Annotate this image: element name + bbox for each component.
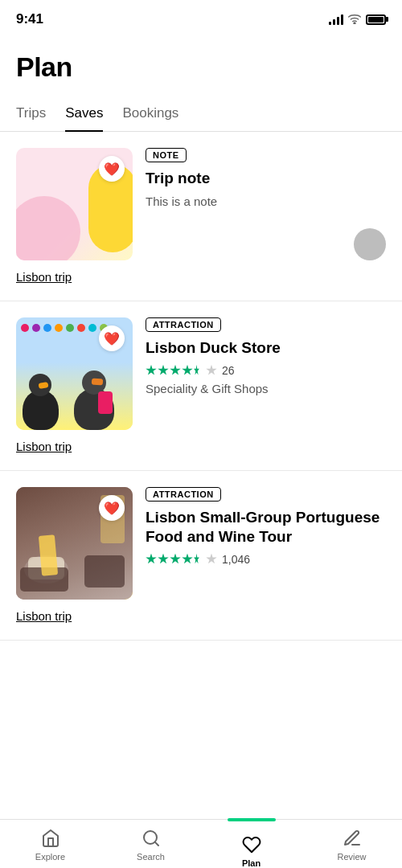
item-image-wrap: ❤️: [16, 317, 133, 430]
item-details: NOTE Trip note This is a note: [146, 148, 386, 260]
heart-badge[interactable]: ❤️: [99, 495, 125, 521]
review-count: 26: [222, 364, 235, 377]
item-subtitle: This is a note: [146, 193, 386, 210]
bottom-nav: Explore Search Plan Review: [0, 819, 402, 868]
heart-badge[interactable]: ❤️: [99, 156, 125, 182]
search-icon: [141, 828, 162, 849]
list-item: ❤️ ATTRACTION Lisbon Duck Store 26 Speci…: [0, 301, 402, 471]
list-item: ❤️ NOTE Trip note This is a note Lisbon …: [0, 132, 402, 301]
nav-item-search[interactable]: Search: [100, 828, 201, 862]
rating-row: 26: [146, 364, 386, 377]
rating-row: 1,046: [146, 553, 386, 566]
nav-item-explore[interactable]: Explore: [0, 828, 100, 862]
tab-bookings[interactable]: Bookings: [122, 105, 178, 131]
heart-badge[interactable]: ❤️: [99, 326, 125, 351]
review-icon: [342, 828, 363, 849]
nav-item-review[interactable]: Review: [302, 828, 402, 862]
trip-link[interactable]: Lisbon trip: [16, 609, 72, 623]
attraction-badge: ATTRACTION: [146, 487, 221, 502]
item-subtitle: Speciality & Gift Shops: [146, 380, 386, 397]
active-indicator: [228, 818, 276, 821]
tab-trips[interactable]: Trips: [16, 105, 46, 131]
item-title: Lisbon Small-Group Portuguese Food and W…: [146, 508, 386, 547]
svg-point-0: [354, 23, 355, 24]
review-count: 1,046: [222, 553, 250, 566]
item-content: ❤️ ATTRACTION Lisbon Duck Store 26 Speci…: [16, 317, 386, 430]
page-title: Plan: [16, 51, 386, 83]
item-content: ❤️ ATTRACTION Lisbon Small-Group Portugu…: [16, 487, 386, 600]
note-badge: NOTE: [146, 148, 187, 162]
status-icons: [329, 13, 386, 27]
attraction-badge: ATTRACTION: [146, 317, 221, 332]
nav-item-plan[interactable]: Plan: [201, 828, 302, 868]
list-item: ❤️ ATTRACTION Lisbon Small-Group Portugu…: [0, 471, 402, 641]
item-title: Trip note: [146, 169, 386, 188]
tabs-bar: Trips Saves Bookings: [0, 89, 402, 132]
stars: [146, 554, 217, 565]
trip-link[interactable]: Lisbon trip: [16, 440, 72, 453]
nav-label-plan: Plan: [242, 858, 260, 868]
status-time: 9:41: [16, 11, 43, 27]
item-title: Lisbon Duck Store: [146, 338, 386, 358]
signal-icon: [329, 14, 343, 25]
status-bar: 9:41: [0, 0, 402, 35]
nav-label-review: Review: [337, 852, 366, 862]
battery-icon: [366, 14, 386, 25]
nav-label-search: Search: [137, 852, 165, 862]
nav-label-explore: Explore: [35, 852, 65, 862]
plan-icon: [241, 834, 262, 855]
trip-link[interactable]: Lisbon trip: [16, 270, 72, 284]
wifi-icon: [348, 13, 361, 27]
item-details: ATTRACTION Lisbon Small-Group Portuguese…: [146, 487, 386, 600]
user-avatar: [354, 228, 386, 260]
item-image-wrap: ❤️: [16, 148, 133, 260]
item-content: ❤️ NOTE Trip note This is a note: [16, 148, 386, 260]
svg-line-2: [154, 842, 158, 845]
item-image-wrap: ❤️: [16, 487, 133, 600]
stars: [146, 365, 217, 376]
item-details: ATTRACTION Lisbon Duck Store 26 Speciali…: [146, 317, 386, 430]
tab-saves[interactable]: Saves: [65, 105, 103, 131]
page-header: Plan: [0, 35, 402, 83]
home-icon: [40, 828, 61, 849]
